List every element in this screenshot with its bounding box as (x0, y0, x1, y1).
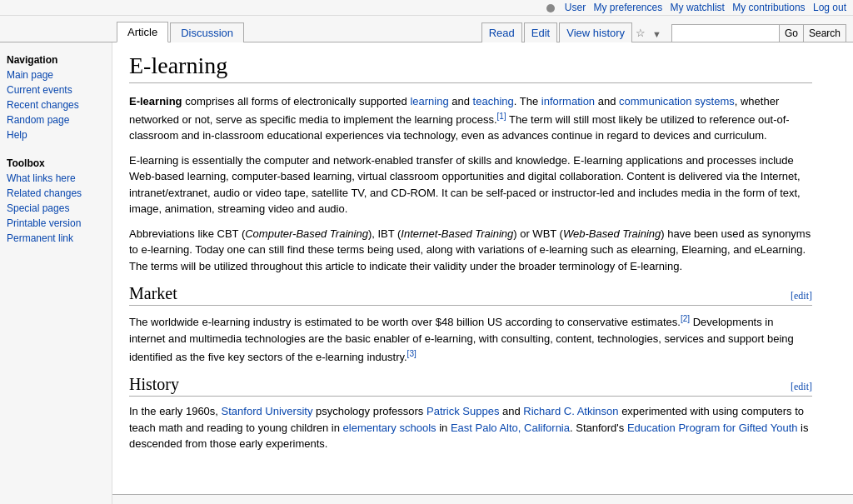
article-content: E-learning E-learning comprises all form… (112, 42, 829, 477)
dropdown-button[interactable]: ▼ (649, 26, 665, 42)
user-link[interactable]: User (565, 2, 586, 13)
my-watchlist-link[interactable]: My watchlist (671, 2, 725, 13)
tabs-bar: Article Discussion Read Edit View histor… (0, 16, 853, 42)
tab-read[interactable]: Read (481, 22, 522, 42)
section-market-edit[interactable]: [edit] (791, 290, 812, 302)
toolbox-title: Toolbox (0, 152, 112, 171)
sidebar-item-what-links-here[interactable]: What links here (0, 171, 112, 186)
log-out-link[interactable]: Log out (813, 2, 846, 13)
intro-paragraph-3: Abbreviations like CBT (Computer-Based T… (129, 226, 812, 275)
nav-title: Navigation (0, 49, 112, 67)
sidebar-item-related-changes[interactable]: Related changes (0, 186, 112, 201)
section-history-label: History (129, 375, 179, 394)
article-body: E-learning comprises all forms of electr… (129, 93, 812, 452)
user-icon (546, 4, 555, 12)
sidebar: Navigation Main page Current events Rece… (0, 42, 112, 504)
search-area: Go Search (671, 24, 846, 42)
section-market-label: Market (129, 284, 177, 303)
tab-edit[interactable]: Edit (524, 22, 557, 42)
intro-paragraph-2: E-learning is essentially the computer a… (129, 152, 812, 217)
section-history-title: History [edit] (129, 375, 812, 397)
sidebar-item-recent-changes[interactable]: Recent changes (0, 97, 112, 112)
footer: This page was last modified on 14 Januar… (112, 494, 853, 504)
sidebar-item-printable-version[interactable]: Printable version (0, 216, 112, 231)
go-button[interactable]: Go (780, 24, 804, 42)
tab-discussion[interactable]: Discussion (170, 22, 244, 42)
my-contributions-link[interactable]: My contributions (732, 2, 805, 13)
market-paragraph-1: The worldwide e-learning industry is est… (129, 312, 812, 365)
sidebar-item-permanent-link[interactable]: Permanent link (0, 231, 112, 246)
section-history-edit[interactable]: [edit] (791, 381, 812, 393)
sidebar-item-current-events[interactable]: Current events (0, 82, 112, 97)
sidebar-item-help[interactable]: Help (0, 127, 112, 142)
tab-article[interactable]: Article (117, 22, 168, 42)
search-input[interactable] (671, 24, 780, 42)
tabs-right: Read Edit View history ☆ ▼ Go Search (480, 16, 853, 42)
star-button[interactable]: ☆ (632, 23, 649, 42)
search-button[interactable]: Search (804, 24, 846, 42)
history-paragraph-1: In the early 1960s, Stanford University … (129, 403, 812, 452)
top-bar: User My preferences My watchlist My cont… (0, 0, 853, 16)
sidebar-item-special-pages[interactable]: Special pages (0, 201, 112, 216)
intro-paragraph-1: E-learning comprises all forms of electr… (129, 93, 812, 144)
tab-view-history[interactable]: View history (559, 22, 632, 42)
sidebar-item-main-page[interactable]: Main page (0, 67, 112, 82)
article-title: E-learning (129, 52, 812, 83)
section-market-title: Market [edit] (129, 284, 812, 306)
sidebar-item-random-page[interactable]: Random page (0, 112, 112, 127)
my-preferences-link[interactable]: My preferences (594, 2, 663, 13)
content-area: E-learning E-learning comprises all form… (112, 42, 853, 504)
main-wrapper: Navigation Main page Current events Rece… (0, 42, 853, 504)
